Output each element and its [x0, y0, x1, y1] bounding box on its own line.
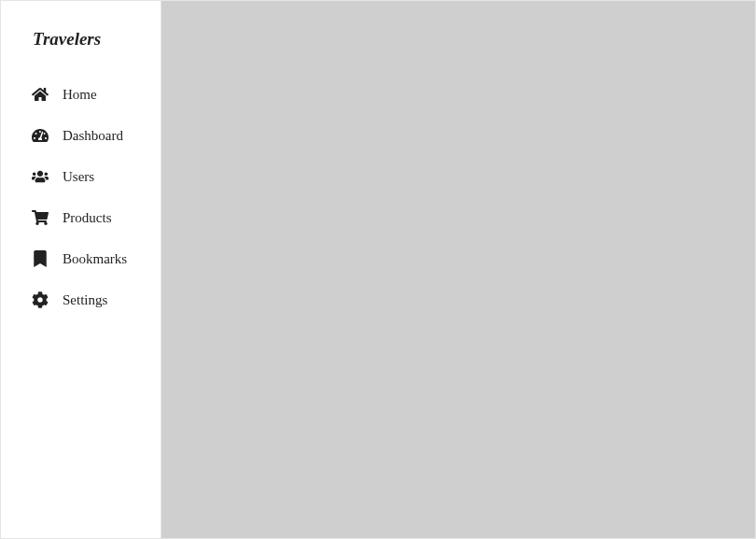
brand-title: Travelers	[1, 29, 161, 74]
dashboard-icon	[31, 126, 49, 145]
sidebar-item-label: Bookmarks	[63, 251, 127, 267]
sidebar: Travelers Home Dashboard Users Products	[1, 1, 161, 538]
sidebar-item-products[interactable]: Products	[1, 197, 161, 238]
sidebar-item-bookmarks[interactable]: Bookmarks	[1, 238, 161, 279]
sidebar-item-label: Products	[63, 210, 112, 226]
home-icon	[31, 85, 49, 104]
sidebar-item-home[interactable]: Home	[1, 74, 161, 115]
sidebar-item-label: Users	[63, 169, 94, 185]
sidebar-item-users[interactable]: Users	[1, 156, 161, 197]
sidebar-item-dashboard[interactable]: Dashboard	[1, 115, 161, 156]
users-icon	[31, 167, 49, 186]
sidebar-item-label: Dashboard	[63, 128, 123, 144]
sidebar-item-label: Settings	[63, 292, 107, 308]
main-content	[161, 1, 755, 538]
bookmark-icon	[31, 249, 49, 268]
gear-icon	[31, 291, 49, 309]
sidebar-item-settings[interactable]: Settings	[1, 279, 161, 320]
app-container: Travelers Home Dashboard Users Products	[0, 0, 756, 539]
cart-icon	[31, 208, 49, 227]
sidebar-item-label: Home	[63, 87, 97, 103]
